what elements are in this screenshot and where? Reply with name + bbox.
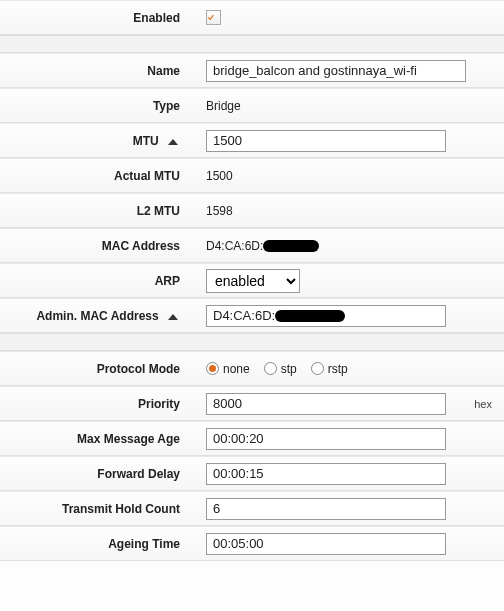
name-input[interactable] xyxy=(206,60,466,82)
radio-label: stp xyxy=(281,362,297,376)
section-gap-2 xyxy=(0,333,504,351)
ageing-label: Ageing Time xyxy=(0,537,190,551)
radio-label: rstp xyxy=(328,362,348,376)
admin-mac-redacted-icon xyxy=(275,310,345,322)
admin-mac-collapse-icon[interactable] xyxy=(166,314,180,320)
mac-redacted-icon xyxy=(263,240,319,252)
radio-icon xyxy=(311,362,324,375)
svg-marker-0 xyxy=(168,139,178,145)
priority-input[interactable] xyxy=(206,393,446,415)
max-msg-age-label: Max Message Age xyxy=(0,432,190,446)
protocol-mode-label: Protocol Mode xyxy=(0,362,190,376)
enabled-checkbox[interactable] xyxy=(206,10,221,25)
type-label: Type xyxy=(0,99,190,113)
mtu-label: MTU xyxy=(0,134,190,148)
arp-label: ARP xyxy=(0,274,190,288)
protocol-radio-rstp[interactable]: rstp xyxy=(311,362,348,376)
actual-mtu-label: Actual MTU xyxy=(0,169,190,183)
protocol-radio-stp[interactable]: stp xyxy=(264,362,297,376)
mtu-collapse-icon[interactable] xyxy=(166,139,180,145)
admin-mac-label: Admin. MAC Address xyxy=(0,309,190,323)
radio-icon xyxy=(264,362,277,375)
name-label: Name xyxy=(0,64,190,78)
actual-mtu-value: 1500 xyxy=(206,169,233,183)
arp-select[interactable]: enabled xyxy=(206,269,300,293)
forward-delay-label: Forward Delay xyxy=(0,467,190,481)
priority-suffix: hex xyxy=(474,398,492,410)
admin-mac-prefix: D4:CA:6D: xyxy=(213,308,275,323)
thc-label: Transmit Hold Count xyxy=(0,502,190,516)
admin-mac-input[interactable]: D4:CA:6D: xyxy=(206,305,446,327)
l2mtu-label: L2 MTU xyxy=(0,204,190,218)
enabled-label: Enabled xyxy=(0,11,190,25)
ageing-input[interactable] xyxy=(206,533,446,555)
mac-value: D4:CA:6D: xyxy=(206,239,263,253)
thc-input[interactable] xyxy=(206,498,446,520)
protocol-radio-none[interactable]: none xyxy=(206,362,250,376)
svg-marker-1 xyxy=(168,314,178,320)
forward-delay-input[interactable] xyxy=(206,463,446,485)
l2mtu-value: 1598 xyxy=(206,204,233,218)
priority-label: Priority xyxy=(0,397,190,411)
radio-icon xyxy=(206,362,219,375)
section-gap xyxy=(0,35,504,53)
max-msg-age-input[interactable] xyxy=(206,428,446,450)
radio-label: none xyxy=(223,362,250,376)
mac-label: MAC Address xyxy=(0,239,190,253)
mtu-input[interactable] xyxy=(206,130,446,152)
type-value: Bridge xyxy=(206,99,241,113)
